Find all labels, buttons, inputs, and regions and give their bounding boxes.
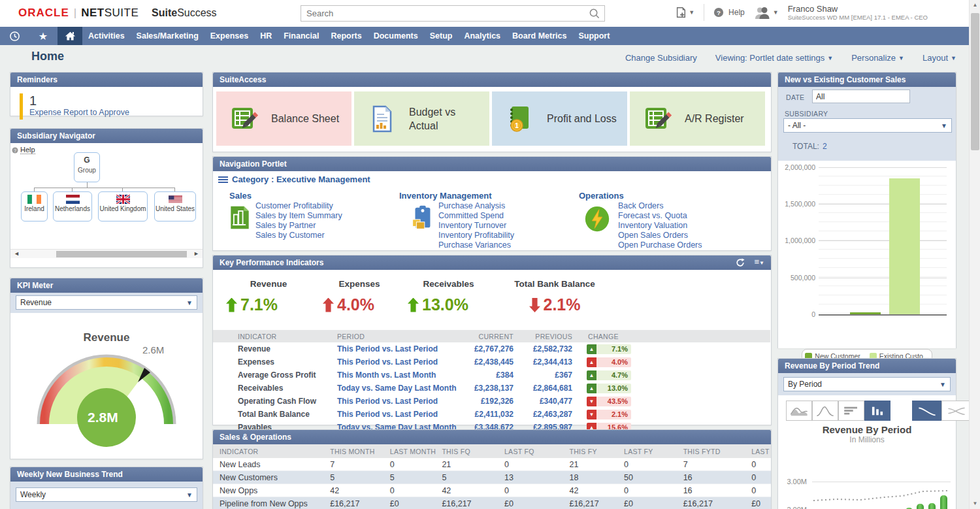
link-sales-by-customer[interactable]: Sales by Customer	[255, 231, 342, 240]
link-open-purchase-orders[interactable]: Open Purchase Orders	[618, 240, 702, 250]
table-row[interactable]: ExpensesThis Period vs. Last Period£2,43…	[213, 355, 770, 369]
nav-item-documents[interactable]: Documents	[368, 27, 424, 45]
chart-type-toolbar	[786, 401, 890, 421]
org-node-united-kingdom[interactable]: United Kingdom	[98, 191, 148, 222]
category-selector[interactable]: Category : Executive Management	[218, 174, 370, 184]
link-committed-spend[interactable]: Committed Spend	[438, 211, 514, 221]
revenue-trend-select[interactable]: By Period▼	[783, 377, 951, 391]
org-node-ireland[interactable]: Ireland	[21, 191, 48, 222]
table-row[interactable]: RevenueThis Period vs. Last Period£2,767…	[213, 342, 770, 355]
table-row[interactable]: Average Gross ProfitThis Month vs. Last …	[213, 369, 770, 382]
scroll-left-arrow[interactable]: ◄	[14, 250, 20, 257]
layout-menu[interactable]: Layout▼	[923, 53, 956, 63]
scroll-down-arrow[interactable]: ▼	[970, 499, 980, 509]
tile-ar-register[interactable]: A/R Register	[630, 91, 765, 146]
nav-item-financial[interactable]: Financial	[278, 27, 325, 45]
kpi-summary-receivables[interactable]: Receivables 13.0%	[408, 279, 489, 314]
table-row[interactable]: New Customers555131850160	[213, 471, 771, 484]
sales-operations-header[interactable]: Sales & Operations	[213, 430, 771, 444]
date-field[interactable]	[812, 90, 910, 103]
vertical-scrollbar[interactable]: ▲ ▼	[969, 0, 980, 509]
nav-item-support[interactable]: Support	[572, 27, 615, 45]
personalize-menu[interactable]: Personalize▼	[851, 53, 904, 63]
link-purchase-variances[interactable]: Purchase Variances	[438, 240, 514, 250]
navigation-portlet: Navigation Portlet Category : Executive …	[212, 156, 772, 251]
nav-item-expenses[interactable]: Expenses	[204, 27, 254, 45]
area-chart-icon[interactable]	[786, 401, 812, 421]
change-subsidiary-link[interactable]: Change Subsidiary	[625, 53, 697, 63]
kpi-summary-total-bank-balance[interactable]: Total Bank Balance 2.1%	[499, 279, 610, 314]
link-purchase-analysis[interactable]: Purchase Analysis	[438, 201, 514, 211]
link-forecast-vs-quota[interactable]: Forecast vs. Quota	[618, 211, 702, 221]
scrollbar-thumb[interactable]	[56, 251, 187, 257]
kpi-summary-revenue[interactable]: Revenue 7.1%	[226, 279, 311, 314]
link-customer-profitability[interactable]: Customer Profitability	[255, 201, 342, 211]
user-menu[interactable]: ▼	[754, 6, 779, 19]
tile-profit-and-loss[interactable]: 1 Profit and Loss	[492, 91, 627, 146]
shortcuts-star-icon[interactable]: ★	[29, 27, 57, 45]
link-sales-by-partner[interactable]: Sales by Partner	[255, 221, 342, 231]
nav-item-setup[interactable]: Setup	[424, 27, 459, 45]
scroll-up-arrow[interactable]: ▲	[970, 0, 980, 10]
weekly-trend-select[interactable]: Weekly▼	[16, 487, 197, 502]
navigation-portlet-header[interactable]: Navigation Portlet	[213, 157, 771, 171]
link-back-orders[interactable]: Back Orders	[618, 201, 702, 211]
bar-existing-customer[interactable]	[889, 178, 920, 314]
nav-item-sales-marketing[interactable]: Sales/Marketing	[131, 27, 204, 45]
horizontal-bar-chart-icon[interactable]	[838, 401, 864, 421]
reminders-header[interactable]: Reminders	[10, 73, 203, 87]
link-open-sales-orders[interactable]: Open Sales Orders	[618, 231, 702, 240]
kpi-summary-expenses[interactable]: Expenses 4.0%	[323, 279, 396, 314]
trendline-on-icon[interactable]	[912, 401, 941, 421]
help-link-small[interactable]: ? Help	[12, 146, 35, 154]
kpi-header[interactable]: Key Performance Indicators ≡▼	[213, 255, 771, 270]
table-row[interactable]: ReceivablesToday vs. Same Day Last Month…	[213, 382, 770, 395]
search-icon[interactable]	[589, 8, 604, 20]
portlet-menu-icon[interactable]: ≡▼	[754, 255, 764, 271]
subsidiary-navigator-header[interactable]: Subsidiary Navigator	[10, 129, 203, 143]
nav-item-analytics[interactable]: Analytics	[458, 27, 506, 45]
scrollbar-thumb[interactable]	[971, 13, 979, 150]
kpi-meter-header[interactable]: KPI Meter	[10, 278, 203, 293]
org-node-netherlands[interactable]: Netherlands	[53, 191, 92, 222]
table-row[interactable]: Total Bank BalanceThis Period vs. Last P…	[213, 408, 770, 421]
horizontal-scrollbar[interactable]: ◄ ►	[10, 249, 203, 258]
link-inventory-profitability[interactable]: Inventory Profitability	[438, 231, 514, 240]
new-vs-existing-header[interactable]: New vs Existing Customer Sales	[778, 73, 956, 87]
add-record-icon[interactable]: ▼	[675, 7, 694, 18]
trendline-off-icon[interactable]	[941, 401, 971, 421]
ledger-coin-icon: 1	[505, 104, 535, 134]
line-chart-icon[interactable]	[812, 401, 838, 421]
weekly-trend-header[interactable]: Weekly New Business Trend	[10, 467, 203, 482]
revenue-trend-header[interactable]: Revenue By Period Trend	[778, 359, 956, 373]
table-row[interactable]: Operating Cash FlowThis Period vs. Last …	[213, 395, 770, 408]
search-input[interactable]	[301, 8, 589, 18]
reminder-link[interactable]: Expense Report to Approve	[29, 108, 129, 117]
help-link[interactable]: ? Help	[713, 7, 745, 18]
table-row[interactable]: Pipeline from New Opps£16,217£0£16,217£0…	[213, 497, 771, 509]
nav-item-reports[interactable]: Reports	[325, 27, 367, 45]
vertical-bar-chart-icon[interactable]	[864, 401, 890, 421]
home-tab[interactable]	[57, 27, 82, 45]
table-row[interactable]: New Opps420420420160	[213, 484, 771, 497]
tile-balance-sheet[interactable]: Balance Sheet	[216, 91, 351, 146]
viewing-menu[interactable]: Viewing: Portlet date settings▼	[715, 53, 833, 63]
table-row[interactable]: New Leads7021021070	[213, 458, 771, 471]
refresh-icon[interactable]	[736, 258, 745, 267]
arrow-up-icon	[323, 298, 334, 312]
recent-records-icon[interactable]	[0, 27, 29, 45]
kpi-meter-select[interactable]: Revenue▼	[16, 295, 197, 310]
nav-item-hr[interactable]: HR	[254, 27, 278, 45]
subsidiary-select[interactable]: - All -▼	[783, 118, 952, 133]
org-node-group[interactable]: G Group	[74, 152, 100, 182]
org-node-united-states[interactable]: United States	[154, 191, 196, 222]
scroll-right-arrow[interactable]: ►	[193, 250, 199, 257]
nav-item-board-metrics[interactable]: Board Metrics	[506, 27, 572, 45]
suiteaccess-header[interactable]: SuiteAccess	[213, 73, 771, 87]
link-inventory-valuation[interactable]: Inventory Valuation	[618, 221, 702, 231]
topbar-right: ▼ ? Help ▼ Franco Shaw SuiteSuccess WD M…	[675, 4, 928, 21]
tile-budget-vs-actual[interactable]: Budget vs Actual	[354, 91, 489, 146]
link-inventory-turnover[interactable]: Inventory Turnover	[438, 221, 514, 231]
link-sales-by-item-summary[interactable]: Sales by Item Summary	[255, 211, 342, 221]
nav-item-activities[interactable]: Activities	[82, 27, 131, 45]
